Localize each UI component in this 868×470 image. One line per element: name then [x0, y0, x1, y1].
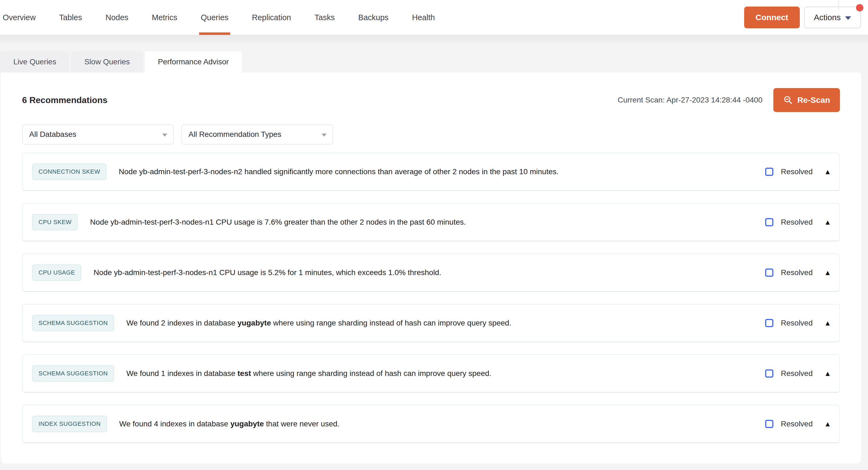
- chevron-down-icon: [162, 134, 167, 137]
- card-controls: Resolved ▲: [765, 369, 831, 378]
- nav-item-replication[interactable]: Replication: [252, 0, 291, 35]
- recommendations-list: CONNECTION SKEW Node yb-admin-test-perf-…: [22, 153, 840, 443]
- resolved-checkbox[interactable]: [765, 168, 773, 176]
- recommendation-type-badge: CPU SKEW: [32, 214, 78, 230]
- resolved-label: Resolved: [781, 268, 813, 277]
- primary-nav: Overview Tables Nodes Metrics Queries Re…: [0, 0, 435, 35]
- collapse-caret-icon[interactable]: ▲: [824, 168, 831, 175]
- recommendation-type-badge: INDEX SUGGESTION: [32, 416, 107, 432]
- recommendation-card-index-suggestion[interactable]: INDEX SUGGESTION We found 4 indexes in d…: [22, 405, 840, 443]
- collapse-caret-icon[interactable]: ▲: [824, 421, 831, 428]
- panel-header: 6 Recommendations Current Scan: Apr-27-2…: [22, 72, 840, 112]
- recommendation-type-badge: SCHEMA SUGGESTION: [32, 365, 114, 382]
- filters-row: All Databases All Recommendation Types: [22, 124, 840, 144]
- nav-item-nodes[interactable]: Nodes: [105, 0, 128, 35]
- recommendation-type-filter-value: All Recommendation Types: [188, 130, 281, 139]
- actions-button-label: Actions: [814, 13, 841, 22]
- tab-live-queries[interactable]: Live Queries: [0, 51, 69, 72]
- magnifier-scan-icon: [783, 95, 793, 105]
- recommendations-count-title: 6 Recommendations: [22, 95, 107, 105]
- collapse-caret-icon[interactable]: ▲: [824, 219, 831, 226]
- recommendation-message: Node yb-admin-test-perf-3-nodes-n2 handl…: [119, 167, 765, 176]
- tab-performance-advisor[interactable]: Performance Advisor: [145, 51, 242, 72]
- recommendation-message: Node yb-admin-test-perf-3-nodes-n1 CPU u…: [94, 268, 765, 277]
- card-controls: Resolved ▲: [765, 419, 831, 428]
- performance-advisor-panel: 6 Recommendations Current Scan: Apr-27-2…: [1, 72, 861, 464]
- card-controls: Resolved ▲: [765, 319, 831, 328]
- scan-group: Current Scan: Apr-27-2023 14:28:44 -0400…: [618, 88, 840, 112]
- recommendation-type-badge: CONNECTION SKEW: [32, 164, 106, 180]
- resolved-label: Resolved: [781, 419, 813, 428]
- recommendation-card-cpu-skew[interactable]: CPU SKEW Node yb-admin-test-perf-3-nodes…: [22, 203, 840, 241]
- recommendation-message: We found 1 indexes in database test wher…: [126, 369, 765, 378]
- query-tabs: Live Queries Slow Queries Performance Ad…: [0, 51, 868, 72]
- nav-item-backups[interactable]: Backups: [358, 0, 389, 35]
- database-filter-select[interactable]: All Databases: [22, 124, 174, 144]
- resolved-checkbox[interactable]: [765, 420, 773, 428]
- recommendation-type-badge: SCHEMA SUGGESTION: [32, 315, 114, 331]
- recommendation-card-connection-skew[interactable]: CONNECTION SKEW Node yb-admin-test-perf-…: [22, 153, 840, 191]
- card-controls: Resolved ▲: [765, 268, 831, 277]
- resolved-checkbox[interactable]: [765, 269, 773, 277]
- recommendation-type-filter-select[interactable]: All Recommendation Types: [181, 124, 333, 144]
- actions-button[interactable]: Actions: [804, 6, 861, 28]
- recommendation-card-schema-suggestion-test[interactable]: SCHEMA SUGGESTION We found 1 indexes in …: [22, 355, 840, 393]
- card-controls: Resolved ▲: [765, 167, 831, 176]
- recommendation-message: We found 2 indexes in database yugabyte …: [126, 319, 765, 328]
- top-nav: Overview Tables Nodes Metrics Queries Re…: [0, 0, 868, 35]
- resolved-label: Resolved: [781, 319, 813, 328]
- rescan-button-label: Re-Scan: [797, 95, 830, 105]
- collapse-caret-icon[interactable]: ▲: [824, 370, 831, 377]
- chevron-down-icon: [845, 16, 851, 20]
- nav-item-metrics[interactable]: Metrics: [152, 0, 177, 35]
- top-right-divider: [839, 0, 839, 9]
- actions-button-wrap: Actions: [804, 6, 861, 28]
- recommendation-card-cpu-usage[interactable]: CPU USAGE Node yb-admin-test-perf-3-node…: [22, 254, 840, 292]
- notification-dot: [856, 4, 863, 11]
- rescan-button[interactable]: Re-Scan: [773, 88, 840, 112]
- database-filter-value: All Databases: [29, 130, 76, 139]
- collapse-caret-icon[interactable]: ▲: [824, 320, 831, 327]
- collapse-caret-icon[interactable]: ▲: [824, 269, 831, 276]
- recommendation-message: We found 4 indexes in database yugabyte …: [119, 419, 765, 428]
- resolved-label: Resolved: [781, 369, 813, 378]
- nav-item-tasks[interactable]: Tasks: [314, 0, 335, 35]
- resolved-label: Resolved: [781, 218, 813, 227]
- resolved-checkbox[interactable]: [765, 369, 773, 377]
- recommendation-message: Node yb-admin-test-perf-3-nodes-n1 CPU u…: [90, 218, 765, 227]
- nav-item-queries[interactable]: Queries: [201, 0, 228, 35]
- nav-action-buttons: Connect Actions: [744, 6, 868, 28]
- recommendation-card-schema-suggestion-yugabyte[interactable]: SCHEMA SUGGESTION We found 2 indexes in …: [22, 304, 840, 342]
- resolved-checkbox[interactable]: [765, 218, 773, 226]
- nav-item-health[interactable]: Health: [412, 0, 435, 35]
- card-controls: Resolved ▲: [765, 218, 831, 227]
- resolved-label: Resolved: [781, 167, 813, 176]
- recommendation-type-badge: CPU USAGE: [32, 264, 81, 281]
- nav-item-overview[interactable]: Overview: [3, 0, 36, 35]
- current-scan-timestamp: Current Scan: Apr-27-2023 14:28:44 -0400: [618, 96, 763, 104]
- queries-page: Live Queries Slow Queries Performance Ad…: [0, 35, 868, 464]
- chevron-down-icon: [321, 134, 327, 137]
- resolved-checkbox[interactable]: [765, 319, 773, 327]
- tab-slow-queries[interactable]: Slow Queries: [71, 51, 143, 72]
- connect-button[interactable]: Connect: [744, 6, 800, 28]
- nav-item-tables[interactable]: Tables: [59, 0, 82, 35]
